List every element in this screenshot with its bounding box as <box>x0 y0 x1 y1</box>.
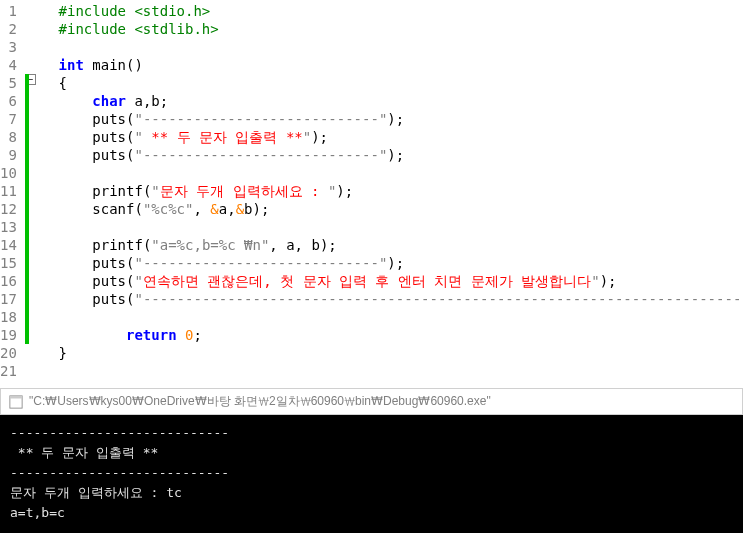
code-area[interactable]: #include <stdio.h> #include <stdlib.h> i… <box>25 0 743 380</box>
code-line[interactable]: char a,b; <box>25 92 743 110</box>
code-line[interactable]: puts("----------------------------"); <box>25 146 743 164</box>
line-number: 12 <box>0 200 17 218</box>
line-number: 21 <box>0 362 17 380</box>
console-title-bar: "C:₩Users₩kys00₩OneDrive₩바탕 화면₩2일차₩60960… <box>0 388 743 415</box>
code-line[interactable]: puts("연속하면 괜찮은데, 첫 문자 입력 후 엔터 치면 문제가 발생합… <box>25 272 743 290</box>
console-line: ---------------------------- <box>10 463 733 483</box>
code-line[interactable] <box>25 38 743 56</box>
line-number: 19 <box>0 326 17 344</box>
code-line[interactable]: #include <stdio.h> <box>25 2 743 20</box>
code-editor[interactable]: 123456789101112131415161718192021 − #inc… <box>0 0 743 380</box>
code-line[interactable]: printf("a=%c,b=%c ₩n", a, b); <box>25 236 743 254</box>
line-number: 10 <box>0 164 17 182</box>
code-line[interactable]: { <box>25 74 743 92</box>
line-number: 17 <box>0 290 17 308</box>
console-panel: "C:₩Users₩kys00₩OneDrive₩바탕 화면₩2일차₩60960… <box>0 388 743 533</box>
line-number: 8 <box>0 128 17 146</box>
code-line[interactable]: scanf("%c%c", &a,&b); <box>25 200 743 218</box>
line-number: 6 <box>0 92 17 110</box>
code-line[interactable]: return 0; <box>25 326 743 344</box>
svg-rect-1 <box>10 395 22 398</box>
code-line[interactable]: puts("----------------------------------… <box>25 290 743 308</box>
line-number: 14 <box>0 236 17 254</box>
line-number: 3 <box>0 38 17 56</box>
line-number: 16 <box>0 272 17 290</box>
console-title-text: "C:₩Users₩kys00₩OneDrive₩바탕 화면₩2일차₩60960… <box>29 393 491 410</box>
line-number: 9 <box>0 146 17 164</box>
line-number: 11 <box>0 182 17 200</box>
code-line[interactable]: puts("----------------------------"); <box>25 254 743 272</box>
code-line[interactable] <box>25 308 743 326</box>
console-line: ---------------------------- <box>10 523 733 533</box>
line-number: 15 <box>0 254 17 272</box>
console-output[interactable]: ---------------------------- ** 두 문자 입출력… <box>0 415 743 533</box>
code-line[interactable]: int main() <box>25 56 743 74</box>
code-line[interactable]: printf("문자 두개 입력하세요 : "); <box>25 182 743 200</box>
console-line: 문자 두개 입력하세요 : tc <box>10 483 733 503</box>
console-line: a=t,b=c <box>10 503 733 523</box>
line-number: 20 <box>0 344 17 362</box>
line-number-gutter: 123456789101112131415161718192021 <box>0 0 25 380</box>
code-line[interactable]: puts(" ** 두 문자 입출력 **"); <box>25 128 743 146</box>
line-number: 13 <box>0 218 17 236</box>
console-line: ** 두 문자 입출력 ** <box>10 443 733 463</box>
line-number: 5 <box>0 74 17 92</box>
line-number: 2 <box>0 20 17 38</box>
code-line[interactable] <box>25 362 743 380</box>
line-number: 4 <box>0 56 17 74</box>
line-number: 7 <box>0 110 17 128</box>
app-icon <box>9 395 23 409</box>
code-line[interactable]: #include <stdlib.h> <box>25 20 743 38</box>
code-line[interactable] <box>25 164 743 182</box>
code-line[interactable] <box>25 218 743 236</box>
modified-range <box>25 74 29 344</box>
line-number: 18 <box>0 308 17 326</box>
code-line[interactable]: } <box>25 344 743 362</box>
code-line[interactable]: puts("----------------------------"); <box>25 110 743 128</box>
line-number: 1 <box>0 2 17 20</box>
console-line: ---------------------------- <box>10 423 733 443</box>
